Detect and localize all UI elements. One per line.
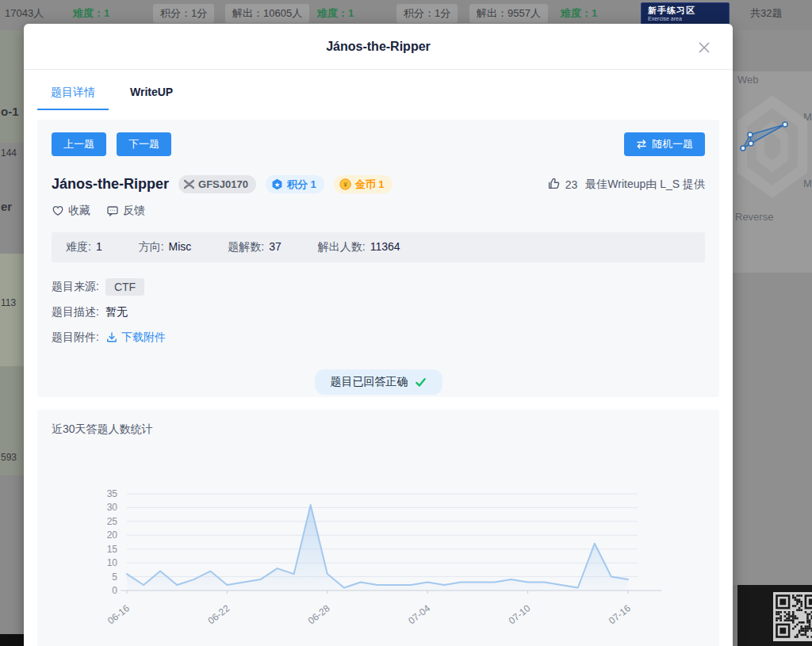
stat-difficulty: 难度:1	[66, 240, 102, 254]
prev-question-button[interactable]: 上一题	[52, 132, 106, 156]
source-row: 题目来源: CTF	[52, 274, 705, 300]
score-badge: ★ 积分 1	[266, 175, 324, 193]
bg-solved-pill: 解出：9557人	[469, 4, 548, 23]
svg-text:07-04: 07-04	[406, 602, 432, 626]
answered-status-badge: 题目已回答正确	[315, 369, 442, 395]
practice-area-button[interactable]: 新手练习区 Exercise area	[641, 2, 730, 25]
stat-category: 方向:Misc	[139, 240, 192, 254]
check-icon	[415, 377, 427, 388]
svg-text:35: 35	[107, 488, 118, 499]
challenge-modal: János-the-Ripper 题目详情 WriteUP 上一题 下一题	[24, 24, 733, 646]
description-label: 题目描述:	[52, 305, 99, 319]
svg-text:¥: ¥	[343, 181, 347, 189]
challenge-nav-row: 上一题 下一题 随机一题	[52, 132, 705, 156]
modal-title: János-the-Ripper	[24, 40, 733, 54]
stat-solvers: 解出人数:11364	[318, 240, 400, 254]
close-icon[interactable]	[696, 40, 712, 55]
bg-card-fragment	[0, 254, 24, 366]
source-label: 题目来源:	[52, 280, 99, 294]
challenge-title-row: János-the-Ripper GFSJ0170 ★	[52, 175, 705, 193]
favorite-label: 收藏	[68, 204, 90, 218]
practice-area-sublabel: Exercise area	[648, 15, 722, 22]
stat-writeups: 题解数:37	[228, 240, 281, 254]
svg-text:5: 5	[112, 571, 117, 583]
svg-text:06-22: 06-22	[205, 602, 232, 626]
challenge-stats-strip: 难度:1 方向:Misc 题解数:37 解出人数:11364	[52, 232, 705, 262]
background-dark-corner	[0, 634, 24, 646]
description-value: 暂无	[105, 305, 128, 319]
challenge-code-badge: GFSJ0170	[178, 175, 256, 193]
bg-card-fragment	[0, 476, 24, 634]
challenge-detail-panel: 上一题 下一题 随机一题 János-the-Ripper	[37, 120, 719, 397]
coin-badge-label: 金币 1	[355, 178, 385, 192]
challenge-actions-row: 收藏 反馈	[52, 204, 705, 218]
gold-coin-icon: ¥	[339, 178, 351, 190]
modal-header: János-the-Ripper	[24, 24, 733, 70]
statistics-panel: 近30天答题人数统计 0510152025303506-1606-2206-28…	[37, 410, 719, 646]
tab-challenge-detail[interactable]: 题目详情	[37, 82, 109, 110]
chart-title: 近30天答题人数统计	[52, 422, 705, 437]
radar-chart	[733, 87, 812, 214]
svg-text:06-28: 06-28	[306, 602, 332, 626]
svg-text:15: 15	[107, 544, 118, 555]
svg-text:06-16: 06-16	[105, 602, 132, 626]
bg-card-fragment	[0, 143, 24, 254]
page: 17043人 难度：1 积分：1分 解出：10605人 难度：1 积分：1分 解…	[0, 0, 812, 646]
challenge-name: János-the-Ripper	[52, 176, 169, 193]
qr-code	[773, 592, 812, 641]
bg-text-fragment: o-1	[1, 105, 19, 118]
next-question-button[interactable]: 下一题	[117, 132, 171, 156]
svg-text:0: 0	[112, 585, 117, 596]
trend-chart: 0510152025303506-1606-2206-2807-0407-100…	[52, 459, 705, 635]
favorite-button[interactable]: 收藏	[52, 204, 90, 218]
random-question-button[interactable]: 随机一题	[624, 132, 705, 156]
heart-icon	[52, 205, 64, 217]
download-attachment-link[interactable]: 下载附件	[105, 331, 166, 345]
svg-text:07-16: 07-16	[607, 602, 633, 626]
download-attachment-label: 下载附件	[121, 331, 166, 345]
tab-writeup[interactable]: WriteUP	[117, 82, 186, 110]
writeup-credit-group: 23 最佳Writeup由 L_S 提供	[547, 177, 705, 193]
svg-text:★: ★	[274, 181, 281, 189]
bg-total-count: 共32题	[750, 6, 782, 21]
bg-score-pill: 积分：1分	[153, 4, 214, 23]
challenge-code: GFSJ0170	[198, 178, 248, 190]
svg-text:07-10: 07-10	[507, 602, 533, 626]
bg-difficulty-label: 难度：1	[73, 6, 109, 21]
bg-difficulty-label: 难度：1	[317, 6, 354, 21]
attachment-label: 题目附件:	[52, 331, 99, 345]
random-question-label: 随机一题	[652, 132, 693, 156]
tab-bar: 题目详情 WriteUP	[24, 70, 733, 110]
shuffle-icon	[636, 139, 647, 150]
coin-badge: ¥ 金币 1	[334, 175, 393, 193]
hexagon-star-icon: ★	[271, 178, 283, 190]
bg-score-pill: 积分：1分	[396, 4, 458, 23]
bg-text-fragment: 113	[1, 297, 16, 308]
challenge-meta: 题目来源: CTF 题目描述: 暂无 题目附件:	[52, 274, 705, 350]
bg-text-fragment: er	[1, 200, 12, 213]
source-tag: CTF	[105, 278, 144, 296]
feedback-button[interactable]: 反馈	[106, 204, 145, 218]
svg-text:20: 20	[107, 529, 118, 541]
feedback-label: 反馈	[123, 204, 145, 218]
platform-logo-icon	[184, 179, 194, 189]
background-right-strip: Web M M Reverse	[733, 30, 812, 585]
svg-text:10: 10	[107, 557, 118, 568]
download-icon	[105, 331, 118, 344]
score-badge-label: 积分 1	[287, 178, 316, 192]
answered-status-text: 题目已回答正确	[331, 375, 408, 389]
thumbs-up-icon[interactable]	[547, 177, 561, 193]
background-left-strip: o-1 144 er 113 593	[0, 30, 24, 634]
like-count: 23	[565, 178, 578, 191]
writeup-credit: 最佳Writeup由 L_S 提供	[585, 178, 705, 192]
svg-text:30: 30	[107, 502, 118, 513]
bg-card-fragment	[0, 30, 24, 143]
attachment-row: 题目附件: 下载附件	[52, 325, 705, 350]
comment-icon	[106, 205, 119, 217]
radar-label-web: Web	[737, 74, 759, 86]
svg-text:25: 25	[107, 516, 118, 527]
bg-difficulty-label: 难度：1	[561, 6, 597, 21]
bg-solved-count-fragment: 17043人	[5, 6, 44, 21]
bg-text-fragment: 593	[1, 452, 17, 463]
description-row: 题目描述: 暂无	[52, 300, 705, 325]
